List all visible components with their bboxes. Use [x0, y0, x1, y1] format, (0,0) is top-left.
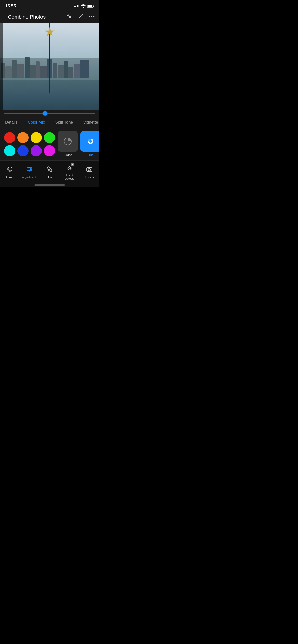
- svg-point-39: [29, 170, 30, 171]
- tab-split-tone[interactable]: Split Tone: [50, 119, 78, 126]
- signal-bars-icon: [74, 5, 79, 7]
- photo-blend-slider[interactable]: [4, 113, 95, 114]
- color-tool-area: Color Hue Saturation: [0, 128, 99, 160]
- top-nav: ‹ Combine Photos: [0, 10, 99, 23]
- status-time: 15.55: [5, 4, 16, 9]
- left-panel: [0, 23, 3, 110]
- color-tool-color-icon: [58, 131, 78, 152]
- swatch-pink[interactable]: [44, 145, 55, 156]
- photo-slider-area: [0, 110, 99, 117]
- lightbulb-icon[interactable]: [66, 13, 73, 21]
- tab-vignette[interactable]: Vignette: [78, 119, 99, 126]
- swatch-purple[interactable]: [31, 145, 42, 156]
- slider-thumb[interactable]: [43, 111, 47, 116]
- color-swatches-grid: [4, 132, 55, 156]
- svg-point-19: [89, 140, 92, 143]
- more-options-icon[interactable]: •••: [89, 14, 95, 20]
- color-tool-color[interactable]: Color: [58, 131, 78, 157]
- svg-line-6: [72, 14, 72, 14]
- svg-rect-1: [88, 5, 92, 7]
- battery-icon: [87, 4, 94, 8]
- home-indicator-area: [0, 182, 99, 187]
- nav-right: •••: [66, 13, 95, 21]
- tool-adjustments[interactable]: Adjustments: [22, 166, 38, 179]
- status-icons: [74, 4, 94, 8]
- svg-point-44: [88, 168, 91, 171]
- color-tool-color-label: Color: [64, 153, 72, 157]
- swatch-blue[interactable]: [17, 145, 29, 156]
- page-title: Combine Photos: [8, 14, 46, 20]
- star-decoration: ★: [44, 25, 56, 38]
- svg-point-37: [28, 167, 30, 168]
- swatch-orange[interactable]: [17, 132, 29, 143]
- swatch-cyan[interactable]: [4, 145, 15, 156]
- tab-details[interactable]: Details: [0, 119, 23, 126]
- bottom-toolbar: Looks Adjustments Heal: [0, 160, 99, 182]
- adjustments-icon: [26, 166, 33, 174]
- color-tool-hue-icon: [80, 131, 99, 152]
- svg-rect-45: [88, 167, 90, 168]
- swatch-yellow[interactable]: [31, 132, 42, 143]
- ai-badge: AI: [71, 163, 74, 166]
- svg-line-10: [79, 16, 81, 18]
- tool-adjustments-label: Adjustments: [22, 175, 38, 179]
- svg-point-38: [30, 169, 32, 170]
- magic-wand-icon[interactable]: [78, 13, 84, 21]
- svg-point-33: [9, 168, 11, 170]
- svg-point-46: [89, 169, 90, 170]
- status-bar: 15.55: [0, 0, 99, 10]
- home-indicator-bar: [34, 184, 65, 186]
- svg-line-9: [81, 14, 83, 16]
- tool-looks-label: Looks: [6, 175, 13, 179]
- insert-objects-wrapper: AI: [66, 164, 73, 173]
- tool-heal[interactable]: Heal: [42, 166, 57, 179]
- looks-icon: [6, 166, 13, 174]
- back-button[interactable]: ‹: [4, 13, 6, 20]
- tool-insert-objects-label: InsertObjects: [65, 174, 74, 180]
- heal-icon: [46, 166, 53, 174]
- swatch-green[interactable]: [44, 132, 55, 143]
- nav-left: ‹ Combine Photos: [4, 13, 46, 20]
- tool-insert-objects[interactable]: AI InsertObjects: [62, 164, 77, 180]
- tool-lenses[interactable]: Lenses: [82, 166, 97, 179]
- svg-line-41: [48, 168, 51, 171]
- tab-color-mix[interactable]: Color Mix: [23, 119, 50, 126]
- svg-line-5: [68, 14, 68, 14]
- photo-area: ★: [0, 23, 99, 110]
- swatch-red[interactable]: [4, 132, 15, 143]
- tool-lenses-label: Lenses: [85, 175, 94, 179]
- color-tool-hue[interactable]: Hue: [80, 131, 99, 157]
- tool-heal-label: Heal: [47, 175, 53, 179]
- insert-objects-icon: [66, 165, 73, 172]
- lenses-icon: [86, 166, 93, 174]
- color-tool-hue-label: Hue: [88, 153, 94, 157]
- slider-fill: [4, 113, 45, 114]
- svg-rect-2: [93, 6, 94, 7]
- svg-point-3: [69, 14, 71, 17]
- tabs-row: Details Color Mix Split Tone Vignette: [0, 117, 99, 128]
- tool-looks[interactable]: Looks: [2, 166, 18, 179]
- wifi-icon: [81, 4, 86, 8]
